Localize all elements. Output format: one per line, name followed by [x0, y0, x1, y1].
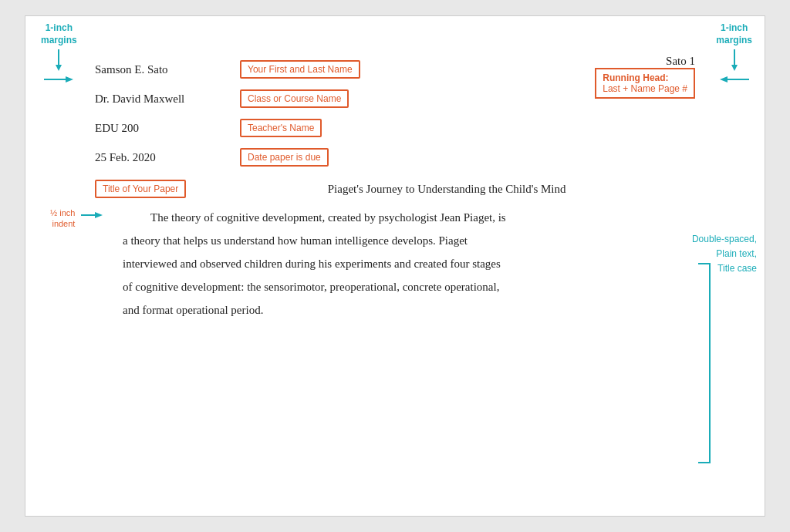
right-arrow-icon: [44, 74, 73, 85]
date-text: 25 Feb. 2020: [95, 151, 226, 164]
body-line-2: a theory that helps us understand how hu…: [123, 229, 695, 252]
svg-marker-9: [95, 212, 103, 218]
margin-top-right-label: 1-inchmargins: [716, 22, 752, 85]
margin-top-left-text: 1-inchmargins: [41, 22, 77, 46]
teal-bracket: [698, 263, 711, 463]
body-line-1: The theory of cognitive development, cre…: [123, 206, 695, 229]
author-label-box: Your First and Last Name: [240, 60, 360, 79]
course-name: EDU 200: [95, 122, 226, 135]
indent-arrow-icon: [81, 209, 103, 224]
page-content: Samson E. Sato Your First and Last Name …: [95, 55, 695, 322]
title-row: Title of Your Paper Piaget's Journey to …: [95, 180, 695, 198]
body-text-block: The theory of cognitive development, cre…: [95, 206, 695, 322]
margin-top-right-text: 1-inchmargins: [716, 22, 752, 46]
course-row: EDU 200 Teacher's Name: [95, 113, 360, 143]
down-arrow-icon: [53, 49, 64, 71]
header-row: Samson E. Sato Your First and Last Name …: [95, 55, 695, 172]
body-section: ½ inch indent The theory of cognitive de…: [95, 206, 695, 322]
course-label-box: Class or Course Name: [240, 89, 349, 108]
page-wrapper: 1-inchmargins 1-inchmargins: [25, 15, 765, 517]
author-name: Samson E. Sato: [95, 63, 226, 76]
paper-title-text: Piaget's Journey to Understanding the Ch…: [198, 183, 695, 196]
page-number: Sato 1: [666, 55, 695, 68]
indent-label: ½ inch indent: [50, 207, 75, 230]
header-right-block: Sato 1 Running Head: Last + Name Page #: [595, 55, 695, 102]
running-head-box: Running Head: Last + Name Page #: [595, 68, 695, 99]
instructor-row: Dr. David Maxwell Class or Course Name: [95, 84, 360, 113]
svg-marker-7: [720, 76, 728, 82]
instructor-name: Dr. David Maxwell: [95, 93, 226, 106]
svg-marker-5: [731, 65, 738, 71]
body-line-5: and format operational period.: [123, 298, 695, 322]
body-line-3: interviewed and observed children during…: [123, 252, 695, 275]
teacher-label-box: Teacher's Name: [240, 119, 322, 137]
header-left-block: Samson E. Sato Your First and Last Name …: [95, 55, 360, 172]
svg-marker-1: [56, 65, 62, 71]
title-label-box: Title of Your Paper: [95, 180, 186, 198]
svg-marker-3: [66, 76, 73, 82]
author-row: Samson E. Sato Your First and Last Name: [95, 55, 360, 84]
margin-top-left-label: 1-inchmargins: [41, 22, 77, 85]
left-arrow-icon: [720, 74, 749, 85]
running-head-sub-text: Last + Name Page #: [603, 83, 687, 94]
date-row: 25 Feb. 2020 Date paper is due: [95, 143, 360, 172]
down-arrow-right-icon: [729, 49, 740, 71]
body-line-4: of cognitive development: the sensorimot…: [123, 275, 695, 298]
running-head-bold-text: Running Head:: [603, 72, 687, 83]
date-label-box: Date paper is due: [240, 148, 329, 167]
